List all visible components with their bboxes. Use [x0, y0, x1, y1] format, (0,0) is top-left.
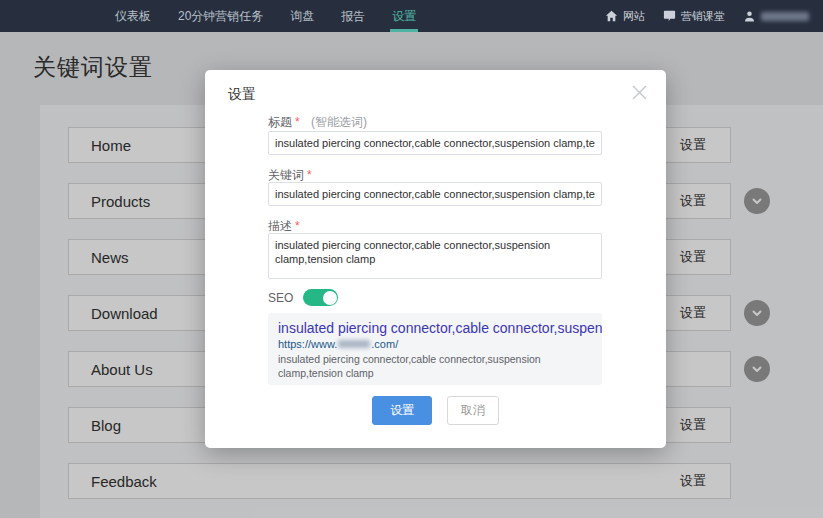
title-field-label: 标题* (智能选词) — [268, 115, 367, 129]
nav-tab-label: 询盘 — [290, 8, 314, 25]
presentation-board-icon — [663, 10, 676, 22]
nav-tab[interactable]: 询盘 — [290, 0, 314, 32]
smart-word-hint: (智能选词) — [311, 115, 367, 129]
nav-tab[interactable]: 报告 — [341, 0, 365, 32]
serp-preview-description: insulated piercing connector,cable conne… — [278, 352, 588, 380]
modal-title: 设置 — [228, 86, 256, 104]
nav-tab-label: 报告 — [341, 8, 365, 25]
description-field-label: 描述* — [268, 219, 300, 233]
nav-classroom-link[interactable]: 营销课堂 — [663, 9, 725, 24]
keywords-field-label: 关键词* — [268, 168, 312, 182]
nav-tab[interactable]: 20分钟营销任务 — [178, 0, 263, 32]
title-field-label-row: 标题* (智能选词) — [268, 112, 602, 131]
top-navbar: 仪表板 20分钟营销任务 询盘 报告 设置 网站 营销课堂 — [0, 0, 823, 32]
title-input[interactable] — [268, 131, 602, 155]
seo-toggle[interactable] — [303, 289, 338, 306]
nav-menu: 仪表板 20分钟营销任务 询盘 报告 设置 — [115, 0, 416, 32]
close-icon[interactable] — [631, 84, 648, 101]
seo-label: SEO — [268, 291, 293, 305]
nav-tab[interactable]: 设置 — [392, 0, 416, 32]
nav-tab[interactable]: 仪表板 — [115, 0, 151, 32]
nav-tab-label: 仪表板 — [115, 8, 151, 25]
nav-utilities: 网站 营销课堂 — [605, 0, 823, 32]
description-textarea[interactable]: insulated piercing connector,cable conne… — [268, 233, 602, 279]
keywords-input[interactable] — [268, 182, 602, 206]
settings-modal: 设置 标题* (智能选词) 关键词* 描述* insulated piercin… — [205, 70, 666, 448]
nav-site-link[interactable]: 网站 — [605, 9, 645, 24]
nav-classroom-label: 营销课堂 — [681, 9, 725, 24]
serp-preview-url: https://www. .com/ — [278, 338, 592, 350]
nav-tab-label: 设置 — [392, 8, 416, 25]
nav-tab-label: 20分钟营销任务 — [178, 8, 263, 25]
serp-preview: insulated piercing connector,cable conne… — [268, 313, 602, 385]
account-name-blurred — [761, 12, 809, 21]
serp-preview-title: insulated piercing connector,cable conne… — [278, 320, 592, 337]
confirm-button[interactable]: 设置 — [372, 396, 432, 425]
user-icon — [743, 10, 756, 23]
cancel-button[interactable]: 取消 — [447, 396, 499, 425]
toggle-knob — [323, 291, 337, 305]
home-icon — [605, 10, 618, 22]
domain-blurred — [338, 340, 370, 348]
modal-actions: 设置 取消 — [205, 396, 666, 425]
nav-site-label: 网站 — [623, 9, 645, 24]
nav-account[interactable] — [743, 10, 809, 23]
